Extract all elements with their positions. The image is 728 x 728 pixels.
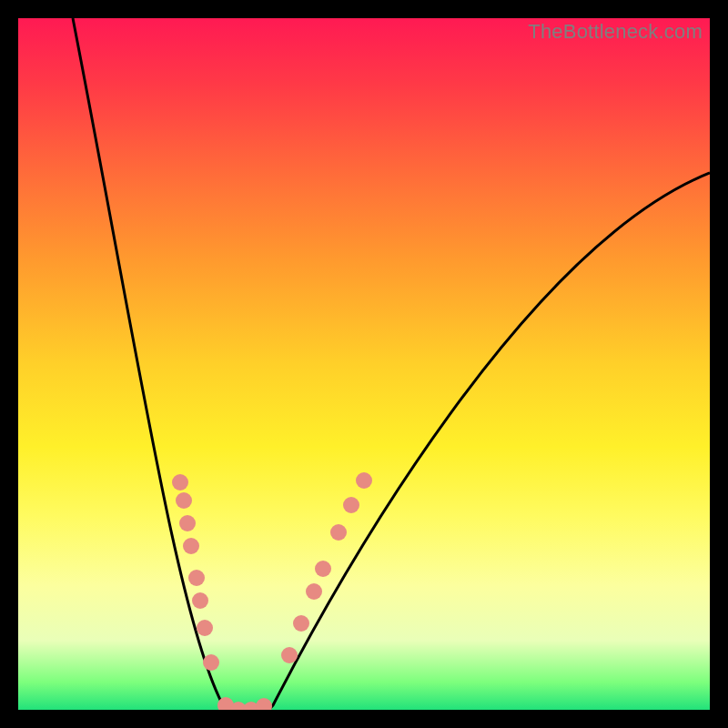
- chart-plot-area: TheBottleneck.com: [18, 18, 710, 710]
- data-dot: [183, 538, 199, 554]
- data-dot: [330, 524, 347, 541]
- data-dot: [306, 583, 322, 600]
- data-dot: [281, 647, 298, 663]
- data-dot: [356, 472, 372, 489]
- data-dot: [176, 492, 192, 509]
- watermark-text: TheBottleneck.com: [528, 20, 703, 44]
- data-dot: [315, 561, 331, 577]
- data-dot: [203, 654, 219, 671]
- data-dot: [188, 570, 205, 586]
- data-dot: [179, 515, 196, 531]
- data-dot: [256, 698, 272, 710]
- data-dot: [293, 615, 309, 632]
- data-dots-layer: [18, 18, 710, 710]
- data-dot: [343, 497, 359, 513]
- data-dot: [192, 592, 208, 609]
- data-dot: [197, 620, 213, 636]
- data-dot: [172, 474, 188, 490]
